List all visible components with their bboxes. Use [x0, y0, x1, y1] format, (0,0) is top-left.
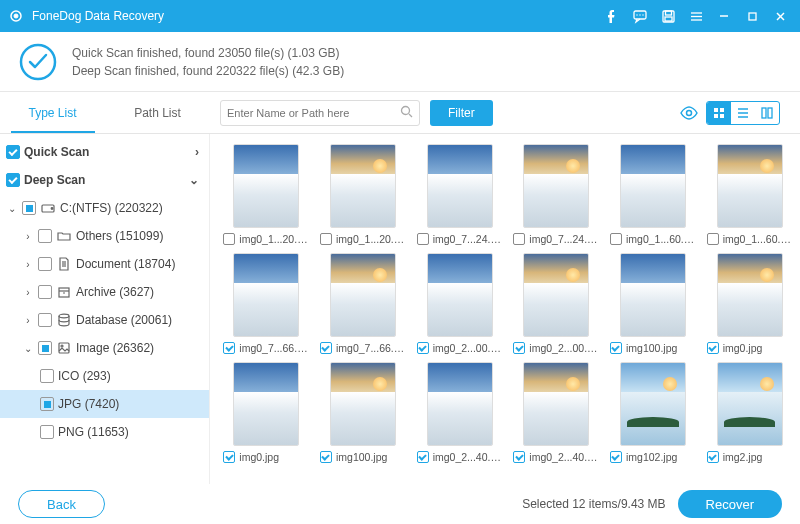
checkbox-icon[interactable]	[38, 341, 52, 355]
file-thumbnail[interactable]: img100.jpg	[319, 362, 408, 463]
svg-point-1	[14, 14, 18, 18]
thumbnail-image[interactable]	[523, 253, 589, 337]
file-checkbox[interactable]	[513, 451, 525, 463]
file-thumbnail[interactable]: img0_2...00.jpg	[512, 253, 601, 354]
sidebar-document[interactable]: › Document (18704)	[0, 250, 209, 278]
sidebar-png[interactable]: PNG (11653)	[0, 418, 209, 446]
close-icon[interactable]	[768, 4, 792, 28]
thumbnail-image[interactable]	[523, 362, 589, 446]
file-checkbox[interactable]	[610, 451, 622, 463]
file-thumbnail[interactable]: img100.jpg	[609, 253, 698, 354]
checkbox-icon[interactable]	[6, 173, 20, 187]
file-thumbnail[interactable]: img0_1...20.jpg	[319, 144, 408, 245]
thumbnail-image[interactable]	[427, 253, 493, 337]
thumbnail-image[interactable]	[620, 253, 686, 337]
checkbox-icon[interactable]	[40, 369, 54, 383]
sidebar-drive[interactable]: ⌄ C:(NTFS) (220322)	[0, 194, 209, 222]
file-checkbox[interactable]	[707, 451, 719, 463]
file-thumbnail[interactable]: img0.jpg	[705, 253, 794, 354]
app-title: FoneDog Data Recovery	[32, 9, 164, 23]
file-checkbox[interactable]	[610, 342, 622, 354]
file-checkbox[interactable]	[320, 451, 332, 463]
file-checkbox[interactable]	[707, 233, 719, 245]
checkbox-icon[interactable]	[6, 145, 20, 159]
file-thumbnail[interactable]: img0.jpg	[222, 362, 311, 463]
file-thumbnail[interactable]: img0_7...66.jpg	[222, 253, 311, 354]
checkbox-icon[interactable]	[40, 397, 54, 411]
file-checkbox[interactable]	[513, 233, 525, 245]
sidebar-database[interactable]: › Database (20061)	[0, 306, 209, 334]
file-checkbox[interactable]	[513, 342, 525, 354]
minimize-icon[interactable]	[712, 4, 736, 28]
file-checkbox[interactable]	[223, 342, 235, 354]
thumbnail-image[interactable]	[717, 144, 783, 228]
sidebar-jpg[interactable]: JPG (7420)	[0, 390, 209, 418]
thumbnail-image[interactable]	[427, 144, 493, 228]
file-thumbnail[interactable]: img0_7...24.jpg	[415, 144, 504, 245]
chevron-down-icon: ⌄	[6, 203, 18, 214]
drive-icon	[40, 200, 56, 216]
feedback-icon[interactable]	[628, 4, 652, 28]
search-icon[interactable]	[400, 105, 413, 121]
thumbnail-image[interactable]	[233, 362, 299, 446]
checkbox-icon[interactable]	[38, 313, 52, 327]
preview-toggle-icon[interactable]	[678, 102, 700, 124]
thumbnail-image[interactable]	[330, 362, 396, 446]
thumbnail-image[interactable]	[717, 253, 783, 337]
file-thumbnail[interactable]: img0_7...24.jpg	[512, 144, 601, 245]
file-checkbox[interactable]	[320, 233, 332, 245]
sidebar-archive[interactable]: › Archive (3627)	[0, 278, 209, 306]
facebook-icon[interactable]	[600, 4, 624, 28]
file-thumbnail[interactable]: img0_2...40.jpg	[512, 362, 601, 463]
file-grid: img0_1...20.jpgimg0_1...20.jpgimg0_7...2…	[210, 134, 800, 484]
recover-button[interactable]: Recover	[678, 490, 782, 518]
file-checkbox[interactable]	[223, 233, 235, 245]
sidebar-image[interactable]: ⌄ Image (26362)	[0, 334, 209, 362]
file-thumbnail[interactable]: img0_2...40.jpg	[415, 362, 504, 463]
thumbnail-image[interactable]	[233, 253, 299, 337]
thumbnail-image[interactable]	[523, 144, 589, 228]
sidebar-ico[interactable]: ICO (293)	[0, 362, 209, 390]
save-icon[interactable]	[656, 4, 680, 28]
search-input[interactable]	[227, 107, 400, 119]
sidebar-deep-scan[interactable]: Deep Scan ⌄	[0, 166, 209, 194]
checkbox-icon[interactable]	[38, 285, 52, 299]
file-thumbnail[interactable]: img0_1...20.jpg	[222, 144, 311, 245]
thumbnail-image[interactable]	[620, 144, 686, 228]
checkbox-icon[interactable]	[38, 257, 52, 271]
file-checkbox[interactable]	[417, 342, 429, 354]
checkbox-icon[interactable]	[38, 229, 52, 243]
filter-button[interactable]: Filter	[430, 100, 493, 126]
file-checkbox[interactable]	[707, 342, 719, 354]
maximize-icon[interactable]	[740, 4, 764, 28]
thumbnail-image[interactable]	[330, 253, 396, 337]
file-thumbnail[interactable]: img0_7...66.jpg	[319, 253, 408, 354]
search-field[interactable]	[220, 100, 420, 126]
file-thumbnail[interactable]: img2.jpg	[705, 362, 794, 463]
file-thumbnail[interactable]: img0_1...60.jpg	[705, 144, 794, 245]
view-list-icon[interactable]	[731, 102, 755, 124]
view-detail-icon[interactable]	[755, 102, 779, 124]
thumbnail-image[interactable]	[717, 362, 783, 446]
sidebar-others[interactable]: › Others (151099)	[0, 222, 209, 250]
file-checkbox[interactable]	[320, 342, 332, 354]
thumbnail-image[interactable]	[330, 144, 396, 228]
file-checkbox[interactable]	[417, 233, 429, 245]
thumbnail-image[interactable]	[620, 362, 686, 446]
file-thumbnail[interactable]: img0_2...00.jpg	[415, 253, 504, 354]
thumbnail-image[interactable]	[427, 362, 493, 446]
sidebar-quick-scan[interactable]: Quick Scan ›	[0, 138, 209, 166]
thumbnail-image[interactable]	[233, 144, 299, 228]
file-thumbnail[interactable]: img0_1...60.jpg	[609, 144, 698, 245]
view-grid-icon[interactable]	[707, 102, 731, 124]
tab-path-list[interactable]: Path List	[105, 92, 210, 133]
file-checkbox[interactable]	[610, 233, 622, 245]
file-checkbox[interactable]	[417, 451, 429, 463]
file-checkbox[interactable]	[223, 451, 235, 463]
menu-icon[interactable]	[684, 4, 708, 28]
tab-type-list[interactable]: Type List	[0, 92, 105, 133]
checkbox-icon[interactable]	[22, 201, 36, 215]
back-button[interactable]: Back	[18, 490, 105, 518]
checkbox-icon[interactable]	[40, 425, 54, 439]
file-thumbnail[interactable]: img102.jpg	[609, 362, 698, 463]
